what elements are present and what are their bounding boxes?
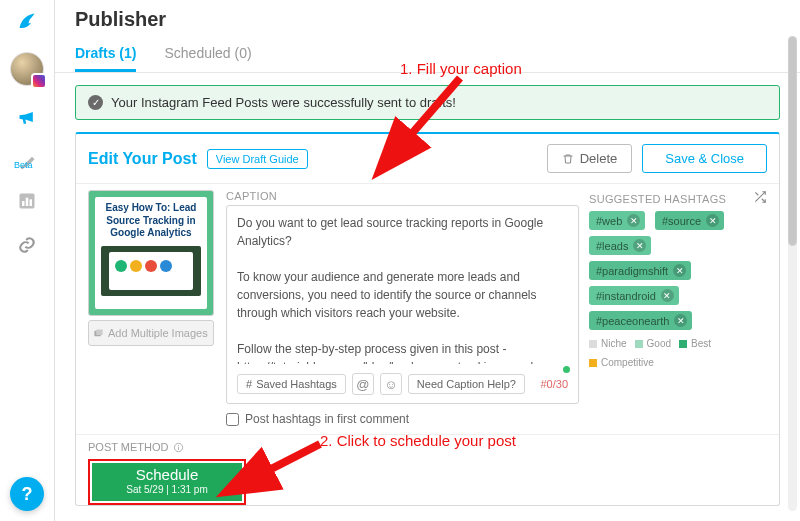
post-method-label: POST METHOD: [88, 441, 168, 453]
success-alert: ✓ Your Instagram Feed Posts were success…: [75, 85, 780, 120]
instagram-badge-icon: [31, 73, 47, 89]
tab-drafts[interactable]: Drafts (1): [75, 45, 136, 72]
caption-box: #Saved Hashtags @ ☺ Need Caption Help? #…: [226, 205, 579, 404]
add-multiple-images-button[interactable]: Add Multiple Images: [88, 320, 214, 346]
delete-label: Delete: [580, 151, 618, 166]
alert-text: Your Instagram Feed Posts were successfu…: [111, 95, 456, 110]
remove-icon[interactable]: ✕: [661, 289, 674, 302]
tabs: Drafts (1) Scheduled (0): [75, 45, 780, 72]
hashtag-list: #web✕ #source✕ #leads✕ #paradigmshift✕ #…: [589, 211, 767, 336]
caption-textarea[interactable]: [237, 214, 568, 364]
account-avatar[interactable]: [10, 52, 44, 86]
logo-icon[interactable]: [14, 8, 40, 34]
header: Publisher Drafts (1) Scheduled (0): [55, 0, 800, 73]
schedule-button[interactable]: Schedule Sat 5/29 | 1:31 pm: [92, 463, 242, 501]
mention-button[interactable]: @: [352, 373, 374, 395]
hashtag-chip[interactable]: #peaceonearth✕: [589, 311, 692, 330]
svg-rect-8: [179, 447, 180, 450]
svg-rect-2: [26, 198, 29, 206]
delete-button[interactable]: Delete: [547, 144, 633, 173]
schedule-time: Sat 5/29 | 1:31 pm: [118, 484, 216, 495]
help-button[interactable]: ?: [10, 477, 44, 511]
remove-icon[interactable]: ✕: [706, 214, 719, 227]
analytics-icon[interactable]: [14, 188, 40, 214]
add-multiple-label: Add Multiple Images: [108, 327, 208, 339]
thumbnail-title: Easy How To: Lead Source Tracking in Goo…: [101, 202, 201, 240]
panel-header: Edit Your Post View Draft Guide Delete S…: [76, 134, 779, 183]
tab-scheduled[interactable]: Scheduled (0): [164, 45, 251, 72]
emoji-button[interactable]: ☺: [380, 373, 402, 395]
hashtag-chip[interactable]: #paradigmshift✕: [589, 261, 691, 280]
schedule-highlight: Schedule Sat 5/29 | 1:31 pm: [88, 459, 246, 505]
scrollbar[interactable]: [787, 0, 797, 521]
megaphone-icon[interactable]: [14, 104, 40, 130]
hashtag-chip[interactable]: #leads✕: [589, 236, 651, 255]
caption-column: CAPTION #Saved Hashtags @ ☺ Need Caption…: [226, 190, 579, 404]
main-area: Publisher Drafts (1) Scheduled (0) ✓ You…: [55, 0, 800, 521]
svg-rect-5: [96, 329, 102, 335]
caption-label: CAPTION: [226, 190, 579, 202]
svg-rect-3: [30, 199, 33, 206]
hashtag-counter: #0/30: [540, 378, 568, 390]
remove-icon[interactable]: ✕: [627, 214, 640, 227]
post-options: Post hashtags in first comment: [76, 404, 779, 428]
first-comment-label: Post hashtags in first comment: [245, 412, 409, 426]
hashtags-label: SUGGESTED HASHTAGS: [589, 193, 726, 205]
hashtag-chip[interactable]: #instandroid✕: [589, 286, 679, 305]
info-icon[interactable]: [173, 442, 184, 453]
save-close-button[interactable]: Save & Close: [642, 144, 767, 173]
remove-icon[interactable]: ✕: [633, 239, 646, 252]
content: ✓ Your Instagram Feed Posts were success…: [55, 73, 800, 518]
svg-point-7: [178, 445, 179, 446]
media-column: Easy How To: Lead Source Tracking in Goo…: [88, 190, 216, 346]
edit-post-panel: Edit Your Post View Draft Guide Delete S…: [75, 132, 780, 506]
page-title: Publisher: [75, 8, 780, 41]
first-comment-checkbox[interactable]: [226, 413, 239, 426]
panel-title: Edit Your Post: [88, 150, 197, 168]
check-icon: ✓: [88, 95, 103, 110]
view-draft-guide-button[interactable]: View Draft Guide: [207, 149, 308, 169]
remove-icon[interactable]: ✕: [673, 264, 686, 277]
hashtag-chip[interactable]: #web✕: [589, 211, 645, 230]
post-thumbnail[interactable]: Easy How To: Lead Source Tracking in Goo…: [88, 190, 214, 316]
svg-rect-1: [22, 201, 25, 206]
saved-hashtags-button[interactable]: #Saved Hashtags: [237, 374, 346, 394]
schedule-label: Schedule: [118, 467, 216, 484]
remove-icon[interactable]: ✕: [674, 314, 687, 327]
post-method-section: POST METHOD Schedule Sat 5/29 | 1:31 pm: [76, 434, 779, 505]
link-icon[interactable]: [14, 232, 40, 258]
hashtag-chip[interactable]: #source✕: [655, 211, 724, 230]
caption-help-button[interactable]: Need Caption Help?: [408, 374, 525, 394]
grammar-status-icon: [563, 366, 570, 373]
shuffle-icon[interactable]: [753, 190, 767, 207]
hashtags-column: SUGGESTED HASHTAGS #web✕ #source✕ #leads…: [589, 190, 767, 368]
left-sidebar: Beta: [0, 0, 55, 521]
hashtag-legend: Niche Good Best Competitive: [589, 338, 767, 368]
